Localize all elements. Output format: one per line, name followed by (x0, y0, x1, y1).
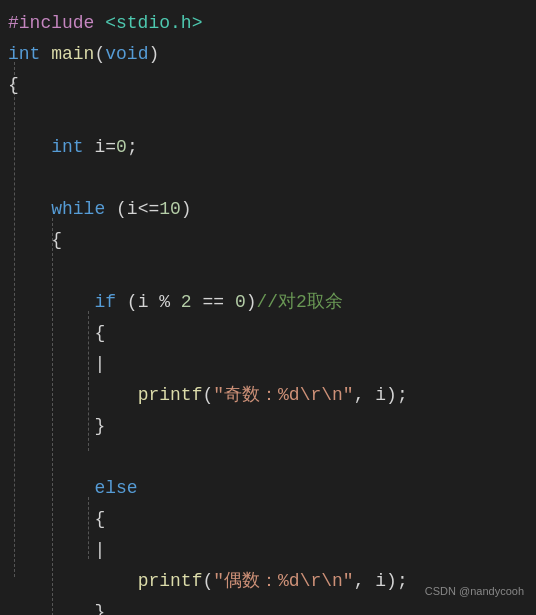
watermark: CSDN @nandycooh (425, 576, 524, 607)
code-line: int i=0; (0, 132, 536, 163)
code-line: { (0, 225, 536, 256)
code-line (0, 101, 536, 132)
code-token (8, 318, 94, 349)
code-token (8, 566, 138, 597)
code-line: { (0, 504, 536, 535)
code-token (8, 225, 51, 256)
code-token: = (105, 132, 116, 163)
code-token: <stdio.h> (105, 8, 202, 39)
code-token: (i<= (116, 194, 159, 225)
code-line: #include <stdio.h> (0, 8, 536, 39)
code-token: "偶数：%d\r\n" (213, 566, 353, 597)
code-token (8, 442, 94, 473)
code-token: 0 (116, 132, 127, 163)
code-token: { (51, 225, 62, 256)
code-token (8, 194, 51, 225)
code-token (8, 101, 51, 132)
code-token: int (8, 39, 51, 70)
code-token: ( (94, 39, 105, 70)
code-token (8, 535, 94, 566)
code-line: } (0, 411, 536, 442)
code-editor: #include <stdio.h>int main(void){ int i=… (0, 0, 536, 615)
code-line: int main(void) (0, 39, 536, 70)
code-token: printf (138, 380, 203, 411)
code-line (0, 163, 536, 194)
code-line: { (0, 318, 536, 349)
code-token: { (8, 70, 19, 101)
code-token (8, 597, 94, 615)
code-token: if (94, 287, 126, 318)
code-token (8, 349, 94, 380)
code-token: void (105, 39, 148, 70)
code-line (0, 256, 536, 287)
code-token: #include (8, 8, 105, 39)
code-token: 0 (235, 287, 246, 318)
code-line: while (i<=10) (0, 194, 536, 225)
code-token: int (51, 132, 94, 163)
code-line: | (0, 535, 536, 566)
code-line: | (0, 349, 536, 380)
code-token: ) (148, 39, 159, 70)
code-token: "奇数：%d\r\n" (213, 380, 353, 411)
code-token: i (94, 132, 105, 163)
code-token: else (94, 473, 137, 504)
code-token: ; (127, 132, 138, 163)
code-line: { (0, 70, 536, 101)
code-token: | (94, 349, 105, 380)
code-line: printf("奇数：%d\r\n", i); (0, 380, 536, 411)
code-token: 10 (159, 194, 181, 225)
code-token (8, 163, 51, 194)
code-token: , i); (354, 380, 408, 411)
code-line: if (i % 2 == 0)//对2取余 (0, 287, 536, 318)
code-token: while (51, 194, 116, 225)
code-token: , i); (354, 566, 408, 597)
code-token: | (94, 535, 105, 566)
code-token (8, 256, 94, 287)
code-token: ( (202, 380, 213, 411)
code-token: } (94, 597, 105, 615)
code-token (8, 504, 94, 535)
code-token: printf (138, 566, 203, 597)
code-block: #include <stdio.h>int main(void){ int i=… (0, 8, 536, 615)
code-token: ( (202, 566, 213, 597)
code-token (8, 411, 94, 442)
code-token: { (94, 318, 105, 349)
code-token: (i % (127, 287, 181, 318)
code-token: main (51, 39, 94, 70)
code-token (8, 287, 94, 318)
code-line (0, 442, 536, 473)
code-token (8, 473, 94, 504)
code-token: } (94, 411, 105, 442)
code-token (8, 380, 138, 411)
code-token: == (192, 287, 235, 318)
code-token: { (94, 504, 105, 535)
code-token (8, 132, 51, 163)
code-token: ) (246, 287, 257, 318)
code-token: 2 (181, 287, 192, 318)
code-token: ) (181, 194, 192, 225)
code-token: //对2取余 (257, 287, 343, 318)
code-line: else (0, 473, 536, 504)
